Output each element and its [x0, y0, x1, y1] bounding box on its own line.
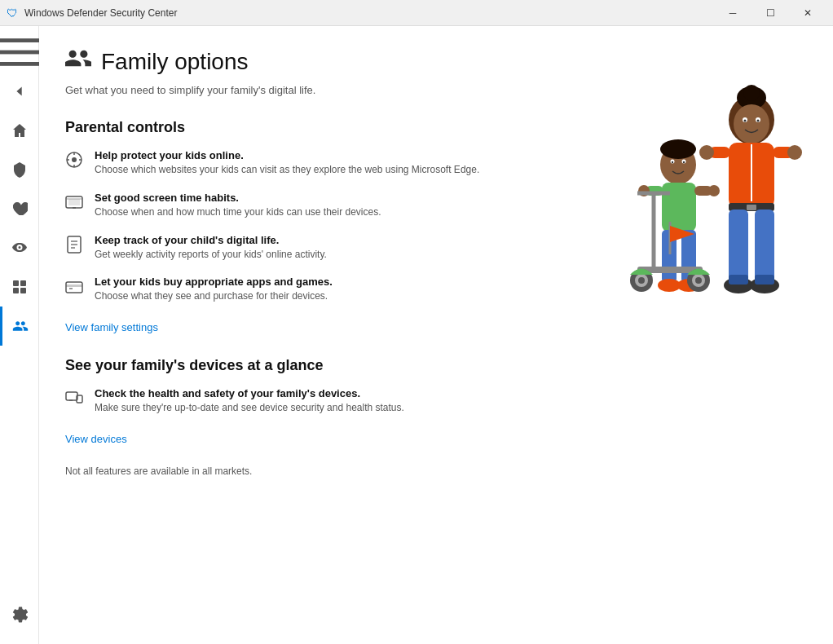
view-devices-link[interactable]: View devices [65, 433, 127, 445]
svg-point-39 [708, 185, 720, 196]
svg-rect-72 [66, 392, 77, 400]
svg-rect-28 [755, 275, 774, 285]
firewall-icon [11, 240, 28, 256]
purchase-icon [65, 277, 83, 295]
svg-rect-3 [13, 280, 19, 286]
page-title: Family options [101, 49, 249, 75]
svg-point-54 [695, 277, 702, 284]
svg-rect-70 [66, 285, 82, 287]
sidebar-item-apps[interactable] [0, 267, 39, 307]
svg-point-42 [658, 279, 681, 292]
svg-rect-1 [0, 51, 39, 55]
svg-rect-35 [662, 183, 696, 232]
devices-list: Check the health and safety of your fami… [65, 387, 807, 415]
svg-point-9 [743, 85, 760, 101]
svg-point-14 [757, 120, 760, 122]
svg-rect-27 [729, 275, 748, 285]
health-icon [11, 201, 28, 217]
svg-rect-24 [755, 210, 774, 283]
window-title: Windows Defender Security Center [24, 7, 177, 19]
shield-icon [11, 161, 28, 178]
svg-rect-2 [0, 62, 39, 66]
devices-title: Check the health and safety of your fami… [95, 387, 404, 399]
sidebar-item-home[interactable] [0, 111, 39, 150]
devices-icon [65, 389, 83, 407]
sidebar-item-family[interactable] [0, 307, 39, 346]
minimize-button[interactable]: ─ [714, 0, 751, 26]
devices-desc: Make sure they're up-to-date and see dev… [95, 401, 404, 415]
svg-rect-6 [20, 288, 26, 293]
back-icon [12, 84, 27, 99]
window-controls: ─ ☐ ✕ [714, 0, 826, 26]
svg-rect-0 [0, 38, 39, 42]
app-icon: 🛡 [7, 7, 18, 20]
svg-point-56 [72, 157, 77, 162]
screentime-title: Set good screen time habits. [95, 192, 381, 204]
footer-note: Not all features are available in all ma… [65, 465, 807, 477]
close-button[interactable]: ✕ [789, 0, 826, 26]
family-page-icon [65, 46, 91, 72]
svg-rect-4 [20, 280, 26, 286]
svg-point-34 [683, 161, 685, 163]
sidebar-item-health[interactable] [0, 189, 39, 228]
settings-icon [11, 607, 28, 623]
family-svg [588, 75, 817, 336]
page-header-icon [65, 46, 91, 77]
activity-title: Keep track of your child's digital life. [95, 234, 327, 246]
svg-point-20 [787, 145, 802, 160]
svg-point-13 [744, 120, 747, 122]
page-header: Family options [65, 46, 807, 77]
devices-section-title: See your family's devices at a glance [65, 357, 807, 374]
family-icon [12, 318, 29, 334]
family-illustration [588, 75, 817, 320]
activity-desc: Get weekly activity reports of your kids… [95, 248, 327, 262]
protect-desc: Choose which websites your kids can visi… [95, 163, 479, 177]
purchase-title: Let your kids buy appropriate apps and g… [95, 276, 333, 288]
feature-item-devices: Check the health and safety of your fami… [65, 387, 807, 415]
screentime-icon [65, 193, 83, 211]
svg-point-10 [734, 104, 769, 143]
hamburger-icon [0, 33, 39, 72]
apps-icon [11, 279, 28, 295]
protect-icon [65, 151, 83, 169]
svg-rect-22 [747, 205, 756, 210]
purchase-desc: Choose what they see and purchase for th… [95, 289, 333, 303]
screentime-desc: Choose when and how much time your kids … [95, 205, 381, 219]
protect-title: Help protect your kids online. [95, 149, 479, 161]
sidebar-item-settings[interactable] [0, 595, 39, 634]
home-icon [11, 122, 28, 139]
title-bar: 🛡 Windows Defender Security Center ─ ☐ ✕ [0, 0, 833, 26]
main-content: Family options Get what you need to simp… [39, 26, 833, 644]
sidebar-item-firewall[interactable] [0, 228, 39, 267]
svg-point-19 [699, 145, 714, 160]
svg-point-51 [638, 277, 645, 284]
view-family-settings-link[interactable]: View family settings [65, 321, 158, 333]
svg-point-33 [672, 161, 673, 163]
svg-rect-62 [68, 199, 80, 205]
activity-icon [65, 236, 83, 254]
svg-rect-5 [13, 288, 19, 293]
devices-section: See your family's devices at a glance Ch… [65, 357, 807, 446]
sidebar [0, 26, 39, 644]
maximize-button[interactable]: ☐ [751, 0, 789, 26]
app-container: Family options Get what you need to simp… [0, 26, 833, 644]
back-button[interactable] [0, 72, 39, 111]
sidebar-item-shield[interactable] [0, 150, 39, 189]
svg-point-30 [660, 139, 696, 159]
svg-rect-69 [66, 282, 82, 293]
svg-rect-23 [729, 210, 748, 283]
hamburger-button[interactable] [0, 33, 39, 72]
